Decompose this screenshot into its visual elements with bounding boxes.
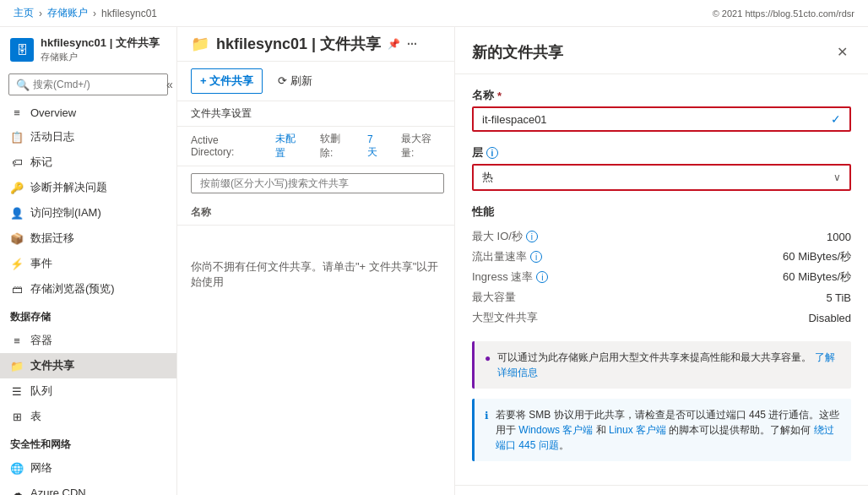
iam-icon: 👤 (10, 206, 24, 220)
search-filter-container (177, 166, 454, 200)
perf-title: 性能 (472, 204, 851, 220)
linux-link[interactable]: Linux 客户端 (609, 424, 666, 436)
search-input[interactable] (33, 79, 160, 90)
page-title: 📁 hkfilesync01 | 文件共享 📌 ··· (191, 34, 417, 54)
breadcrumb-bar: 主页 › 存储账户 › hkfilesync01 © 2021 https://… (0, 0, 868, 27)
sidebar-item-label: Azure CDN (30, 487, 86, 496)
performance-section: 性能 最大 IO/秒 i 1000 流出量速率 i 60 MiByte (472, 204, 851, 328)
name-input-container[interactable]: it-filespace01 ✓ (472, 106, 851, 132)
network-icon: 🌐 (10, 461, 24, 475)
sidebar-item-network[interactable]: 🌐 网络 (0, 455, 176, 481)
windows-link[interactable]: Windows 客户端 (518, 424, 593, 436)
col-header-name: 名称 (177, 200, 454, 226)
copyright-text: © 2021 https://blog.51cto.com/rdsr (713, 8, 854, 19)
purple-info-icon: ● (485, 351, 491, 380)
name-field-group: 名称 * it-filespace01 ✓ (472, 88, 851, 132)
name-label: 名称 * (472, 88, 851, 103)
sidebar-item-diagnose[interactable]: 🔑 诊断并解决问题 (0, 175, 176, 200)
search-icon: 🔍 (16, 79, 30, 91)
sidebar-item-migrate[interactable]: 📦 数据迁移 (0, 226, 176, 251)
sidebar-search-box[interactable]: 🔍 « (8, 73, 168, 95)
perf-largefile-label: 大型文件共享 (472, 310, 538, 325)
sidebar-item-cdn[interactable]: ☁ Azure CDN (0, 481, 176, 495)
sidebar-item-label: 事件 (30, 256, 52, 271)
close-panel-button[interactable]: ✕ (833, 41, 851, 63)
sidebar-item-label: 网络 (30, 460, 52, 476)
breadcrumb-sep2: › (93, 8, 96, 19)
fileshare-search-input[interactable] (191, 173, 444, 193)
sidebar-title-group: hkfilesync01 | 文件共享 存储账户 (41, 35, 160, 63)
tags-icon: 🏷 (10, 155, 24, 169)
info-box-smb-text: 若要将 SMB 协议用于此共享，请检查是否可以通过端口 445 进行通信。这些用… (496, 407, 841, 453)
sidebar-item-tags[interactable]: 🏷 标记 (0, 150, 176, 175)
checkmark-icon: ✓ (831, 112, 841, 126)
tier-info-icon[interactable]: i (486, 147, 498, 159)
delete-value[interactable]: 7 天 (367, 133, 384, 160)
sidebar-item-overview[interactable]: ≡ Overview (0, 101, 176, 124)
tier-field-group: 层 i 热 ∨ (472, 145, 851, 191)
browser-icon: 🗃 (10, 282, 24, 296)
learn-more-link[interactable]: 了解详细信息 (497, 351, 834, 378)
panel-body: 名称 * it-filespace01 ✓ 层 i 热 (455, 74, 868, 485)
sidebar-item-label: 存储浏览器(预览) (30, 281, 115, 296)
diagnose-icon: 🔑 (10, 181, 24, 194)
info-box-smb: ℹ 若要将 SMB 协议用于此共享，请检查是否可以通过端口 445 进行通信。这… (472, 399, 851, 461)
sidebar-item-containers[interactable]: ≡ 容器 (0, 328, 176, 353)
breadcrumb-home[interactable]: 主页 (14, 6, 34, 20)
panel-header: 新的文件共享 ✕ (455, 27, 868, 74)
sidebar-item-browser[interactable]: 🗃 存储浏览器(预览) (0, 276, 176, 302)
sidebar-item-activity[interactable]: 📋 活动日志 (0, 124, 176, 150)
perf-row-egress: 流出量速率 i 60 MiBytes/秒 (472, 247, 851, 267)
sidebar-item-fileshare[interactable]: 📁 文件共享 (0, 353, 176, 378)
sidebar-item-events[interactable]: ⚡ 事件 (0, 251, 176, 276)
sidebar-item-label: 诊断并解决问题 (30, 180, 107, 195)
sidebar-item-label: 文件共享 (30, 358, 74, 373)
egress-info-icon[interactable]: i (530, 251, 542, 263)
panel-footer: 创建 取消 (455, 485, 868, 495)
breadcrumb-storage[interactable]: 存储账户 (47, 6, 88, 20)
chevron-down-icon: ∨ (833, 171, 841, 183)
sidebar-item-label: 活动日志 (30, 129, 74, 144)
sidebar: 🗄 hkfilesync01 | 文件共享 存储账户 🔍 « ≡ Overvie… (0, 27, 177, 495)
perf-iops-label: 最大 IO/秒 i (472, 229, 538, 244)
breadcrumb-sep1: › (39, 8, 42, 19)
perf-maxsize-value: 5 TiB (826, 291, 851, 304)
ad-value[interactable]: 未配置 (275, 132, 303, 160)
collapse-button[interactable]: « (163, 78, 176, 91)
add-fileshare-button[interactable]: + 文件共享 (191, 68, 263, 94)
sidebar-item-iam[interactable]: 👤 访问控制(IAM) (0, 200, 176, 226)
settings-label: 文件共享设置 (191, 106, 252, 121)
perf-egress-value: 60 MiBytes/秒 (783, 249, 851, 264)
sidebar-item-label: 数据迁移 (30, 231, 74, 246)
perf-iops-value: 1000 (827, 231, 851, 243)
section-security: 安全性和网络 (0, 429, 176, 455)
sidebar-item-label: 访问控制(IAM) (30, 205, 101, 220)
ingress-info-icon[interactable]: i (536, 271, 548, 283)
page-title-icon: 📁 (191, 35, 209, 53)
sidebar-item-label: 标记 (30, 155, 52, 170)
sidebar-item-tables[interactable]: ⊞ 表 (0, 404, 176, 429)
empty-state-text: 你尚不拥有任何文件共享。请单击"+ 文件共享"以开始使用 (177, 226, 454, 324)
refresh-button[interactable]: ⟳ 刷新 (269, 69, 321, 93)
section-datastorage: 数据存储 (0, 302, 176, 328)
settings-bar: 文件共享设置 (177, 101, 454, 127)
sidebar-item-queues[interactable]: ☰ 队列 (0, 378, 176, 404)
info-box-text: 可以通过为此存储账户启用大型文件共享来提高性能和最大共享容量。 了解详细信息 (497, 350, 841, 380)
tier-value: 热 (482, 170, 493, 185)
perf-row-ingress: Ingress 速率 i 60 MiBytes/秒 (472, 267, 851, 287)
pin-icon[interactable]: 📌 (388, 38, 400, 50)
more-icon[interactable]: ··· (407, 37, 417, 51)
tier-select[interactable]: 热 ∨ (472, 164, 851, 191)
new-fileshare-panel: 新的文件共享 ✕ 名称 * it-filespace01 ✓ (454, 27, 868, 495)
iops-info-icon[interactable]: i (526, 231, 538, 242)
delete-label: 软删除: (320, 132, 350, 160)
max-label: 最大容量: (401, 132, 441, 160)
info-box-largefile: ● 可以通过为此存储账户启用大型文件共享来提高性能和最大共享容量。 了解详细信息 (472, 341, 851, 389)
content-area: 📁 hkfilesync01 | 文件共享 📌 ··· + 文件共享 ⟳ 刷新 … (177, 27, 454, 495)
sidebar-item-label: 容器 (30, 333, 52, 348)
perf-row-maxsize: 最大容量 5 TiB (472, 287, 851, 307)
sidebar-item-label: Overview (30, 106, 76, 119)
overview-icon: ≡ (10, 106, 24, 119)
name-input-value: it-filespace01 (482, 113, 547, 126)
perf-egress-label: 流出量速率 i (472, 249, 542, 264)
